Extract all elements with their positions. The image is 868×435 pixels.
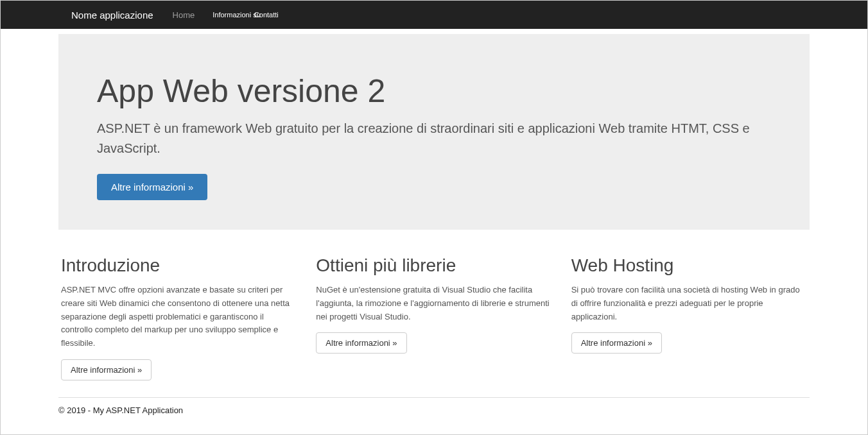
nav-link-info[interactable]: Informazioni su bbox=[213, 11, 261, 19]
navbar-brand[interactable]: Nome applicazione bbox=[71, 10, 153, 21]
column-body: NuGet è un'estensione gratuita di Visual… bbox=[316, 284, 551, 323]
navbar: Nome applicazione Home Informazioni su C… bbox=[1, 1, 867, 29]
footer: © 2019 - My ASP.NET Application bbox=[58, 405, 810, 428]
column-button[interactable]: Altre informazioni » bbox=[316, 332, 406, 354]
footer-divider bbox=[58, 397, 810, 398]
jumbotron-lead: ASP.NET è un framework Web gratuito per … bbox=[97, 119, 771, 158]
column-button[interactable]: Altre informazioni » bbox=[571, 332, 662, 354]
jumbotron: App Web versione 2 ASP.NET è un framewor… bbox=[58, 34, 810, 230]
footer-text: © 2019 - My ASP.NET Application bbox=[58, 405, 183, 415]
main-container: App Web versione 2 ASP.NET è un framewor… bbox=[58, 34, 810, 428]
nav-link-contact[interactable]: Contatti bbox=[254, 11, 279, 19]
column-hosting: Web Hosting Si può trovare con facilità … bbox=[571, 255, 807, 380]
column-libraries: Ottieni più librerie NuGet è un'estensio… bbox=[316, 255, 551, 380]
columns-row: Introduzione ASP.NET MVC offre opzioni a… bbox=[58, 255, 810, 380]
column-title: Ottieni più librerie bbox=[316, 255, 551, 276]
app-window: Nome applicazione Home Informazioni su C… bbox=[0, 0, 868, 435]
column-title: Introduzione bbox=[61, 255, 297, 276]
column-intro: Introduzione ASP.NET MVC offre opzioni a… bbox=[61, 255, 297, 380]
column-button[interactable]: Altre informazioni » bbox=[61, 359, 152, 380]
jumbotron-title: App Web versione 2 bbox=[97, 72, 771, 110]
column-body: Si può trovare con facilità una società … bbox=[571, 284, 807, 323]
column-title: Web Hosting bbox=[571, 255, 807, 276]
nav-link-home[interactable]: Home bbox=[173, 10, 195, 20]
column-body: ASP.NET MVC offre opzioni avanzate e bas… bbox=[61, 284, 297, 350]
learn-more-button[interactable]: Altre informazioni » bbox=[97, 174, 207, 200]
